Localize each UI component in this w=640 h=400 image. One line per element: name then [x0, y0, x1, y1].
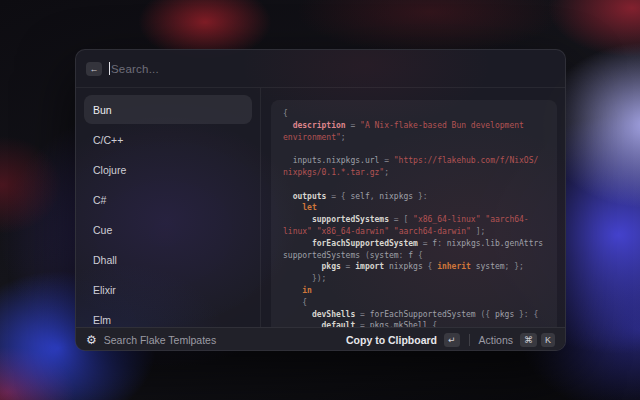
code-line: supportedSystems (system: f {	[283, 250, 545, 262]
code-line: {	[283, 297, 545, 309]
back-button[interactable]: ←	[86, 62, 102, 76]
sidebar-item-clojure[interactable]: Clojure	[84, 155, 252, 184]
sidebar-item-dhall[interactable]: Dhall	[84, 245, 252, 274]
footer-bar: ⚙ Search Flake Temlpates Copy to Clipboa…	[76, 327, 565, 351]
preview-pane: { description = "A Nix-flake-based Bun d…	[261, 88, 565, 327]
code-panel: { description = "A Nix-flake-based Bun d…	[271, 100, 557, 327]
key-badge-⌘: ⌘	[520, 333, 537, 347]
search-bar: ← Search...	[76, 50, 565, 88]
code-line: {	[283, 108, 545, 120]
code-block: { description = "A Nix-flake-based Bun d…	[283, 108, 545, 327]
code-line: pkgs = import nixpkgs { inherit system; …	[283, 261, 545, 273]
code-line: nixpkgs/0.1.*.tar.gz";	[283, 167, 545, 179]
actions-keys: ⌘K	[520, 333, 555, 347]
code-line: linux" "x86_64-darwin" "aarch64-darwin" …	[283, 226, 545, 238]
sidebar-item-c#[interactable]: C#	[84, 185, 252, 214]
key-badge-k: K	[541, 333, 555, 347]
actions-button[interactable]: Actions	[479, 334, 513, 346]
code-line: forEachSupportedSystem = f: nixpkgs.lib.…	[283, 238, 545, 250]
content-area: BunC/C++ClojureC#CueDhallElixirElm { des…	[76, 88, 565, 327]
sidebar-item-elm[interactable]: Elm	[84, 305, 252, 327]
code-line: outputs = { self, nixpkgs }:	[283, 191, 545, 203]
code-line: environment";	[283, 132, 545, 144]
sidebar-item-bun[interactable]: Bun	[84, 95, 252, 124]
search-placeholder: Search...	[111, 63, 159, 75]
code-line	[283, 179, 545, 191]
code-line: inputs.nixpkgs.url = "https://flakehub.c…	[283, 155, 545, 167]
code-line: devShells = forEachSupportedSystem ({ pk…	[283, 309, 545, 321]
sidebar-item-cue[interactable]: Cue	[84, 215, 252, 244]
command-name-label: Search Flake Temlpates	[104, 334, 216, 346]
footer-divider	[469, 334, 470, 346]
code-line: default = pkgs.mkShell {	[283, 320, 545, 327]
sidebar-item-c-c++[interactable]: C/C++	[84, 125, 252, 154]
code-line: description = "A Nix-flake-based Bun dev…	[283, 120, 545, 132]
enter-key-badge: ↵	[444, 333, 460, 347]
command-palette-window: ← Search... BunC/C++ClojureC#CueDhallEli…	[75, 49, 566, 351]
code-line	[283, 143, 545, 155]
code-line: in	[283, 285, 545, 297]
copy-to-clipboard-button[interactable]: Copy to Clipboard	[346, 334, 437, 346]
search-input[interactable]: Search...	[109, 62, 553, 75]
gear-icon: ⚙	[86, 334, 97, 346]
text-caret	[109, 62, 110, 75]
sidebar-item-elixir[interactable]: Elixir	[84, 275, 252, 304]
code-line: supportedSystems = [ "x86_64-linux" "aar…	[283, 214, 545, 226]
code-line: let	[283, 202, 545, 214]
code-line: });	[283, 273, 545, 285]
sidebar-list: BunC/C++ClojureC#CueDhallElixirElm	[76, 88, 261, 327]
